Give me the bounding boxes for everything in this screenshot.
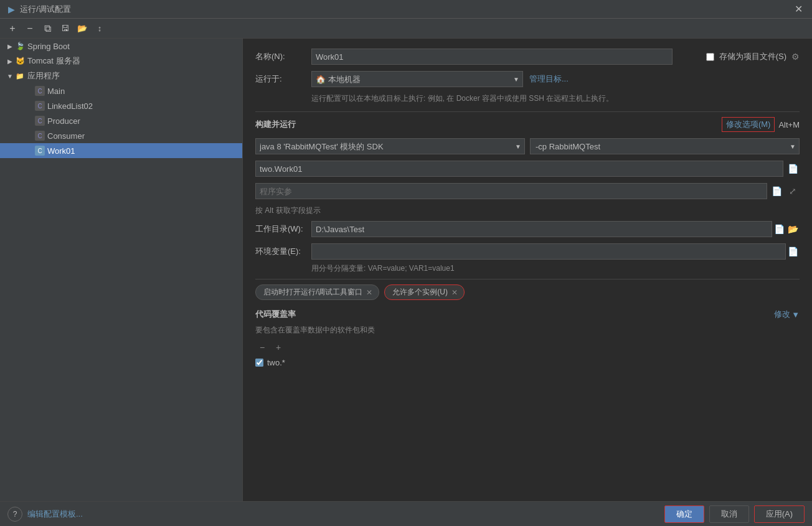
run-on-label: 运行于:: [255, 73, 311, 85]
title-bar: ▶ 运行/调试配置 ✕: [0, 0, 812, 19]
toolbar: + − ⧉ 🖫 📂 ↕: [0, 19, 812, 39]
move-config-button[interactable]: 📂: [75, 21, 90, 36]
apply-button[interactable]: 应用(A): [754, 505, 805, 523]
run-on-select[interactable]: 🏠 本地机器: [311, 71, 523, 87]
expand-icon-app: ▼: [5, 71, 15, 81]
tags-row: 启动时打开运行/调试工具窗口 ✕ 允许多个实例(U) ✕: [255, 284, 800, 300]
app-folder-icon: 📁: [15, 71, 25, 81]
main-layout: ▶ 🍃 Spring Boot ▶ 🐱 Tomcat 服务器 ▼ 📁 应用程序 …: [0, 39, 812, 501]
tag-allow-multiple-instances: 允许多个实例(U) ✕: [384, 284, 465, 300]
main-class-icon: C: [35, 86, 45, 96]
coverage-title: 代码覆盖率: [255, 309, 296, 320]
bottom-buttons: 确定 取消 应用(A): [664, 505, 805, 523]
coverage-header: 代码覆盖率 修改 ▼: [255, 309, 800, 320]
producer-class-icon: C: [35, 116, 45, 126]
expand-icon-consumer: [25, 131, 35, 141]
help-button[interactable]: ?: [7, 507, 22, 522]
save-as-project-file-checkbox[interactable]: [706, 53, 714, 61]
env-vars-input[interactable]: [311, 243, 786, 260]
main-class-input[interactable]: [255, 161, 783, 177]
main-class-browse-icon[interactable]: 📄: [786, 162, 800, 176]
spring-boot-icon: 🍃: [15, 41, 25, 51]
sidebar-item-spring-boot[interactable]: ▶ 🍃 Spring Boot: [0, 39, 242, 54]
sidebar-item-consumer-label: Consumer: [47, 131, 85, 141]
sidebar-item-app-label: 应用程序: [27, 70, 60, 82]
modify-options-shortcut: Alt+M: [778, 120, 800, 129]
modify-options-box: 修改选项(M): [722, 117, 775, 132]
remove-config-button[interactable]: −: [22, 21, 37, 36]
alt-hint-text: 按 Alt 获取字段提示: [255, 205, 800, 216]
expand-icon-spring-boot: ▶: [5, 41, 15, 51]
tag2-label: 允许多个实例(U): [392, 287, 448, 298]
sidebar-item-linkedlist02-label: LinkedList02: [47, 101, 93, 111]
tag1-label: 启动时打开运行/调试工具窗口: [263, 287, 362, 298]
sidebar-item-work01-label: Work01: [47, 146, 75, 156]
workdir-browse-file-icon[interactable]: 📄: [772, 222, 786, 236]
sidebar-item-work01[interactable]: C Work01: [0, 143, 242, 158]
tag1-close-button[interactable]: ✕: [366, 288, 372, 297]
sdk-select[interactable]: java 8 'RabbitMQTest' 模块的 SDK: [255, 138, 525, 154]
sidebar-item-tomcat-label: Tomcat 服务器: [27, 55, 80, 67]
expand-icon-main: [25, 86, 35, 96]
sidebar-item-consumer[interactable]: C Consumer: [0, 128, 242, 143]
build-run-section-header: 构建并运行 修改选项(M) Alt+M: [255, 117, 800, 132]
tag-open-tool-window: 启动时打开运行/调试工具窗口 ✕: [255, 284, 379, 300]
workdir-row: 工作目录(W): 📄 📂: [255, 221, 800, 237]
cp-select[interactable]: -cp RabbitMQTest: [530, 138, 800, 154]
close-button[interactable]: ✕: [791, 2, 806, 17]
expand-icon-producer: [25, 116, 35, 126]
sidebar-item-app[interactable]: ▼ 📁 应用程序: [0, 68, 242, 83]
left-panel: ▶ 🍃 Spring Boot ▶ 🐱 Tomcat 服务器 ▼ 📁 应用程序 …: [0, 39, 243, 501]
name-label: 名称(N):: [255, 51, 311, 62]
work01-class-icon: C: [35, 146, 45, 156]
sidebar-item-main-label: Main: [47, 87, 65, 96]
tag2-close-button[interactable]: ✕: [451, 288, 458, 297]
coverage-item-label: two.*: [267, 358, 285, 367]
sidebar-item-tomcat[interactable]: ▶ 🐱 Tomcat 服务器: [0, 54, 242, 68]
workdir-browse-folder-icon[interactable]: 📂: [786, 222, 800, 236]
sidebar-item-main[interactable]: C Main: [0, 83, 242, 98]
build-run-title: 构建并运行: [255, 119, 296, 130]
sidebar-item-linkedlist02[interactable]: C LinkedList02: [0, 98, 242, 113]
divider2: [255, 279, 800, 279]
coverage-add-btn[interactable]: +: [271, 340, 285, 354]
consumer-class-icon: C: [35, 131, 45, 141]
sidebar-item-producer[interactable]: C Producer: [0, 113, 242, 128]
program-args-expand-icon[interactable]: ⤢: [786, 184, 800, 198]
bottom-bar: ? 编辑配置模板... 确定 取消 应用(A): [0, 501, 812, 526]
divider1: [255, 111, 800, 112]
copy-config-button[interactable]: ⧉: [40, 21, 55, 36]
cp-select-wrapper: -cp RabbitMQTest ▼: [530, 138, 800, 154]
env-vars-row: 环境变量(E): 📄: [255, 243, 800, 260]
modify-options-link[interactable]: 修改选项(M): [726, 119, 771, 130]
coverage-modify-link[interactable]: 修改 ▼: [774, 309, 800, 320]
name-input[interactable]: [311, 49, 673, 65]
add-config-button[interactable]: +: [5, 21, 20, 36]
settings-icon[interactable]: ⚙: [791, 52, 800, 62]
modify-options-text: 修改选项(M): [726, 119, 771, 130]
edit-template-link[interactable]: 编辑配置模板...: [27, 509, 83, 520]
env-vars-browse-icon[interactable]: 📄: [786, 245, 800, 258]
main-class-row: 📄: [255, 161, 800, 177]
coverage-desc: 要包含在覆盖率数据中的软件包和类: [255, 325, 800, 336]
coverage-toolbar: − +: [255, 340, 800, 354]
tomcat-icon: 🐱: [15, 56, 25, 66]
coverage-item-checkbox[interactable]: [255, 359, 263, 367]
coverage-modify-text: 修改: [774, 309, 790, 320]
program-args-browse-icon[interactable]: 📄: [770, 184, 783, 198]
sidebar-item-spring-boot-label: Spring Boot: [27, 42, 70, 51]
cancel-button[interactable]: 取消: [709, 505, 749, 523]
coverage-remove-btn[interactable]: −: [255, 340, 269, 354]
save-as-project-file-label: 存储为项目文件(S): [719, 51, 786, 62]
coverage-item-row: two.*: [255, 358, 800, 367]
workdir-input[interactable]: [311, 221, 772, 237]
save-config-button[interactable]: 🖫: [57, 21, 72, 36]
expand-icon-work01: [25, 146, 35, 156]
name-row: 名称(N): 存储为项目文件(S) ⚙: [255, 49, 800, 65]
coverage-modify-arrow: ▼: [791, 310, 800, 319]
program-args-input[interactable]: [255, 183, 767, 199]
run-on-row: 运行于: 🏠 本地机器 ▼ 管理目标...: [255, 71, 800, 87]
sort-config-button[interactable]: ↕: [92, 21, 107, 36]
ok-button[interactable]: 确定: [664, 505, 704, 523]
manage-target-link[interactable]: 管理目标...: [529, 73, 569, 85]
